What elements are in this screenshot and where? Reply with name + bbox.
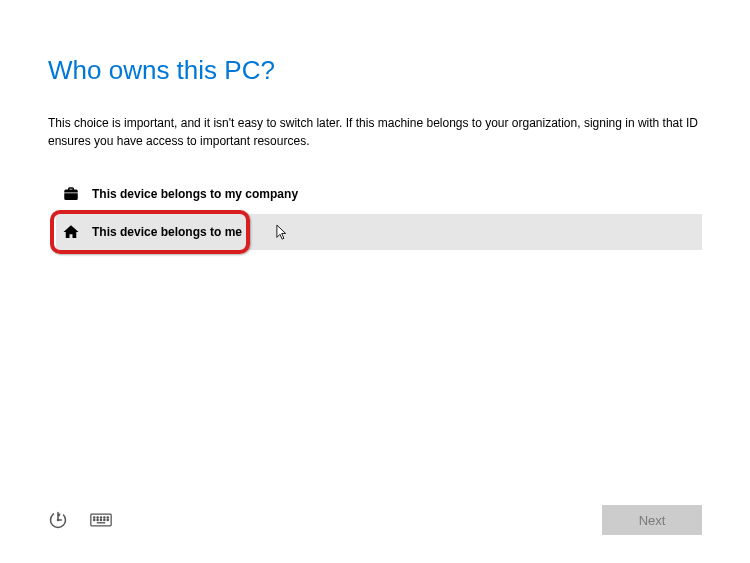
svg-point-11: [104, 519, 105, 520]
briefcase-icon: [60, 183, 82, 205]
page-title: Who owns this PC?: [48, 55, 702, 86]
cursor-icon: [276, 224, 290, 242]
keyboard-icon[interactable]: [90, 513, 112, 527]
svg-point-7: [107, 517, 108, 518]
footer-bar: Next: [48, 505, 702, 535]
svg-point-12: [107, 519, 108, 520]
svg-point-4: [97, 517, 98, 518]
ease-of-access-icon[interactable]: [48, 510, 68, 530]
svg-point-8: [94, 519, 95, 520]
option-company-label: This device belongs to my company: [92, 187, 298, 201]
option-company[interactable]: This device belongs to my company: [60, 176, 702, 212]
svg-point-3: [94, 517, 95, 518]
svg-rect-13: [97, 522, 105, 523]
ownership-options: This device belongs to my company This d…: [60, 176, 702, 250]
page-description: This choice is important, and it isn't e…: [48, 114, 702, 150]
svg-point-10: [100, 519, 101, 520]
svg-point-6: [104, 517, 105, 518]
next-button[interactable]: Next: [602, 505, 702, 535]
option-personal[interactable]: This device belongs to me: [56, 214, 702, 250]
svg-point-5: [100, 517, 101, 518]
svg-point-9: [97, 519, 98, 520]
option-personal-label: This device belongs to me: [92, 225, 242, 239]
home-icon: [60, 221, 82, 243]
